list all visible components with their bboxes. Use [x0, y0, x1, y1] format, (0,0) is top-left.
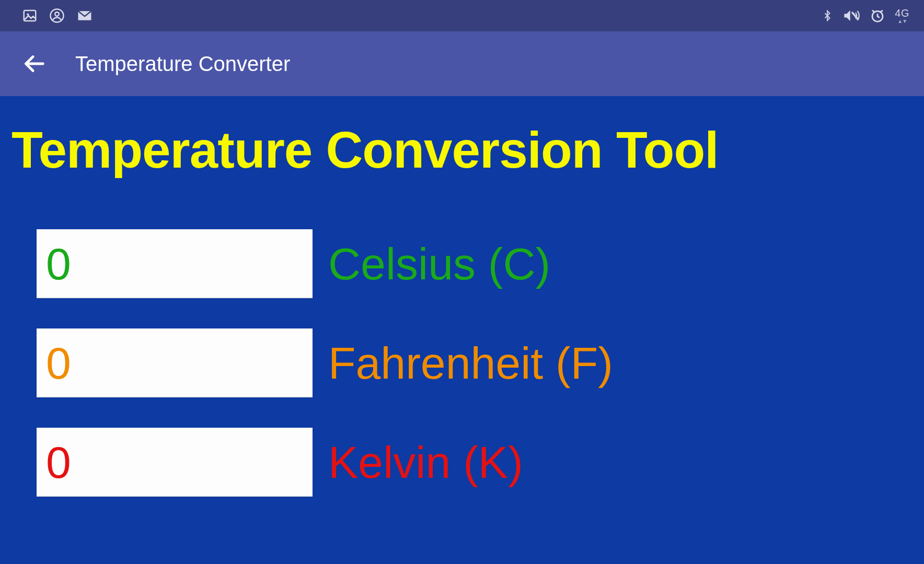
celsius-input[interactable]: [37, 229, 313, 298]
fahrenheit-label: Fahrenheit (F): [328, 340, 613, 385]
app-bar-title: Temperature Converter: [75, 52, 290, 76]
network-4g-indicator: 4G ▲▼: [895, 8, 909, 24]
mute-vibrate-icon: [842, 8, 860, 24]
conversion-rows: Celsius (C) Fahrenheit (F) Kelvin (K): [11, 229, 913, 497]
status-bar-left: [22, 8, 93, 24]
row-kelvin: Kelvin (K): [37, 428, 913, 497]
network-arrows-icon: ▲▼: [897, 19, 907, 24]
kelvin-label: Kelvin (K): [328, 440, 523, 485]
image-icon: [22, 8, 38, 24]
fahrenheit-input[interactable]: [37, 328, 313, 397]
kelvin-input[interactable]: [37, 428, 313, 497]
network-4g-label: 4G: [895, 8, 909, 18]
mail-icon: [76, 8, 93, 24]
page-title: Temperature Conversion Tool: [11, 123, 913, 177]
row-fahrenheit: Fahrenheit (F): [37, 328, 913, 397]
back-button[interactable]: [22, 52, 46, 76]
status-bar: 4G ▲▼: [0, 0, 924, 31]
main-content: Temperature Conversion Tool Celsius (C) …: [0, 96, 924, 497]
status-bar-right: 4G ▲▼: [822, 8, 909, 24]
svg-point-3: [55, 12, 59, 16]
user-circle-icon: [49, 8, 65, 24]
bluetooth-icon: [822, 8, 833, 24]
celsius-label: Celsius (C): [328, 241, 550, 286]
app-bar: Temperature Converter: [0, 31, 924, 96]
row-celsius: Celsius (C): [37, 229, 913, 298]
alarm-icon: [870, 8, 885, 24]
